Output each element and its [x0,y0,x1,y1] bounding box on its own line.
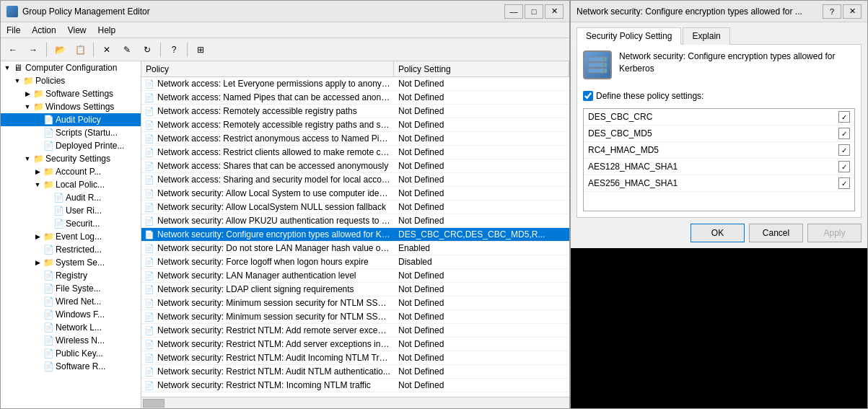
rename-button[interactable]: ✎ [118,41,136,58]
forward-button[interactable]: → [24,41,43,58]
list-scroll[interactable]: 📄 Network access: Let Everyone permissio… [141,77,569,397]
list-row-3[interactable]: 📄 Network access: Remotely accessible re… [141,118,569,132]
expand-system-se[interactable]: ▶ [32,258,43,268]
dialog-help-button[interactable]: ? [823,4,841,19]
checkbox-des-cbc-crc[interactable]: ✓ [838,111,850,123]
list-row-17[interactable]: 📄 Network security: Minimum session secu… [141,310,569,324]
tree-label-wired-net: Wired Net... [56,296,101,307]
tree-item-windows-f[interactable]: 📄 Windows F... [1,308,141,321]
list-row-11[interactable]: 📄 Network security: Configure encryption… [141,228,569,242]
ok-button[interactable]: OK [691,224,745,242]
col-header-setting[interactable]: Policy Setting [394,61,569,76]
tree-item-scripts[interactable]: 📄 Scripts (Startu... [1,126,141,139]
tree-item-computer-config[interactable]: ▼ 🖥 Computer Configuration [1,61,141,74]
public-key-icon: 📄 [43,348,54,359]
tree-item-software-r[interactable]: 📄 Software R... [1,360,141,373]
cancel-button[interactable]: Cancel [749,224,803,242]
list-row-9[interactable]: 📄 Network security: Allow LocalSystem NU… [141,201,569,214]
tree-item-software-settings[interactable]: ▶ 📁 Software Settings [1,87,141,100]
tree-item-registry[interactable]: 📄 Registry [1,269,141,282]
list-row-14[interactable]: 📄 Network security: LAN Manager authenti… [141,269,569,283]
tree-item-wireless-n[interactable]: 📄 Wireless N... [1,334,141,347]
tree-label-event-log: Event Log... [56,232,102,242]
open-button[interactable]: 📂 [51,41,69,58]
svg-point-4 [603,64,605,66]
menu-help[interactable]: Help [92,24,122,37]
expand-software-settings[interactable]: ▶ [22,89,32,99]
checkbox-aes128[interactable]: ✓ [838,161,850,172]
encryption-types-list[interactable]: DES_CBC_CRC ✓ DES_CBC_MD5 ✓ RC4_HMAC_MD5… [583,108,855,211]
checkbox-rc4-hmac-md5[interactable]: ✓ [838,144,850,156]
apply-button[interactable]: Apply [807,224,862,242]
tree-item-system-se[interactable]: ▶ 📁 System Se... [1,256,141,269]
define-settings-checkbox[interactable] [583,91,593,101]
refresh-button[interactable]: ↻ [138,41,157,58]
tree-item-network-l[interactable]: 📄 Network L... [1,321,141,334]
tree-item-audit-r[interactable]: 📄 Audit R... [1,191,141,204]
checkbox-des-cbc-md5[interactable]: ✓ [838,128,850,139]
expand-event-log[interactable]: ▶ [32,232,43,242]
list-row-7[interactable]: 📄 Network access: Sharing and security m… [141,173,569,187]
tree-item-account-policies[interactable]: ▶ 📁 Account P... [1,165,141,178]
tab-security-policy[interactable]: Security Policy Setting [577,27,681,45]
tree-item-policies[interactable]: ▼ 📁 Policies [1,74,141,87]
tree-label-windows-settings: Windows Settings [45,102,114,112]
tree-item-wired-net[interactable]: 📄 Wired Net... [1,295,141,308]
list-row-13[interactable]: 📄 Network security: Force logoff when lo… [141,255,569,269]
list-row-6[interactable]: 📄 Network access: Shares that can be acc… [141,159,569,173]
tree-item-audit-policy[interactable]: 📄 Audit Policy [1,113,141,126]
list-row-0[interactable]: 📄 Network access: Let Everyone permissio… [141,77,569,91]
expand-local-policies[interactable]: ▼ [32,180,43,190]
close-button[interactable]: ✕ [545,4,564,19]
list-row-18[interactable]: 📄 Network security: Restrict NTLM: Add r… [141,324,569,338]
list-row-22[interactable]: 📄 Network security: Restrict NTLM: Incom… [141,379,569,392]
dialog-close-button[interactable]: ✕ [843,4,862,19]
col-header-policy[interactable]: Policy [141,61,394,76]
tree-item-event-log[interactable]: ▶ 📁 Event Log... [1,230,141,243]
list-row-16[interactable]: 📄 Network security: Minimum session secu… [141,296,569,310]
expand-windows-settings[interactable]: ▼ [22,102,32,112]
list-row-1[interactable]: 📄 Network access: Named Pipes that can b… [141,91,569,105]
enc-type-des-cbc-md5[interactable]: DES_CBC_MD5 ✓ [584,126,854,142]
enc-type-aes256[interactable]: AES256_HMAC_SHA1 ✓ [584,175,854,192]
list-row-12[interactable]: 📄 Network security: Do not store LAN Man… [141,242,569,255]
horizontal-scrollbar[interactable] [141,397,569,408]
minimize-button[interactable]: — [504,4,523,19]
expand-computer-config[interactable]: ▼ [2,63,12,73]
menu-action[interactable]: Action [26,24,61,37]
list-row-4[interactable]: 📄 Network access: Restrict anonymous acc… [141,132,569,146]
tab-explain[interactable]: Explain [683,27,729,45]
list-row-10[interactable]: 📄 Network security: Allow PKU2U authenti… [141,214,569,228]
tree-item-windows-settings[interactable]: ▼ 📁 Windows Settings [1,100,141,113]
list-row-5[interactable]: 📄 Network access: Restrict clients allow… [141,146,569,159]
expand-policies[interactable]: ▼ [12,76,22,86]
menu-file[interactable]: File [1,24,26,37]
list-row-2[interactable]: 📄 Network access: Remotely accessible re… [141,105,569,118]
list-row-20[interactable]: 📄 Network security: Restrict NTLM: Audit… [141,351,569,365]
tree-item-local-policies[interactable]: ▼ 📁 Local Polic... [1,178,141,191]
enc-type-aes128[interactable]: AES128_HMAC_SHA1 ✓ [584,159,854,175]
list-row-15[interactable]: 📄 Network security: LDAP client signing … [141,283,569,296]
expand-security-settings[interactable]: ▼ [22,154,32,164]
enc-type-rc4-hmac-md5[interactable]: RC4_HMAC_MD5 ✓ [584,142,854,159]
tree-item-file-system[interactable]: 📄 File Syste... [1,282,141,295]
tree-item-security-o[interactable]: 📄 Securit... [1,217,141,230]
menu-view[interactable]: View [62,24,92,37]
tree-item-deployed-printers[interactable]: 📄 Deployed Printe... [1,139,141,152]
list-row-8[interactable]: 📄 Network security: Allow Local System t… [141,187,569,201]
maximize-button[interactable]: □ [525,4,543,19]
tree-item-security-settings[interactable]: ▼ 📁 Security Settings [1,152,141,165]
help-button[interactable]: ? [165,41,183,58]
properties-button[interactable]: 📋 [71,41,89,58]
checkbox-aes256[interactable]: ✓ [838,177,850,189]
view-button[interactable]: ⊞ [191,41,210,58]
expand-account-policies[interactable]: ▶ [32,167,43,177]
list-row-19[interactable]: 📄 Network security: Restrict NTLM: Add s… [141,338,569,351]
enc-type-des-cbc-crc[interactable]: DES_CBC_CRC ✓ [584,109,854,126]
back-button[interactable]: ← [4,41,22,58]
list-row-21[interactable]: 📄 Network security: Restrict NTLM: Audit… [141,365,569,379]
delete-button[interactable]: ✕ [97,41,116,58]
tree-item-user-ri[interactable]: 📄 User Ri... [1,204,141,217]
tree-item-restricted[interactable]: 📄 Restricted... [1,243,141,256]
tree-item-public-key[interactable]: 📄 Public Key... [1,347,141,360]
